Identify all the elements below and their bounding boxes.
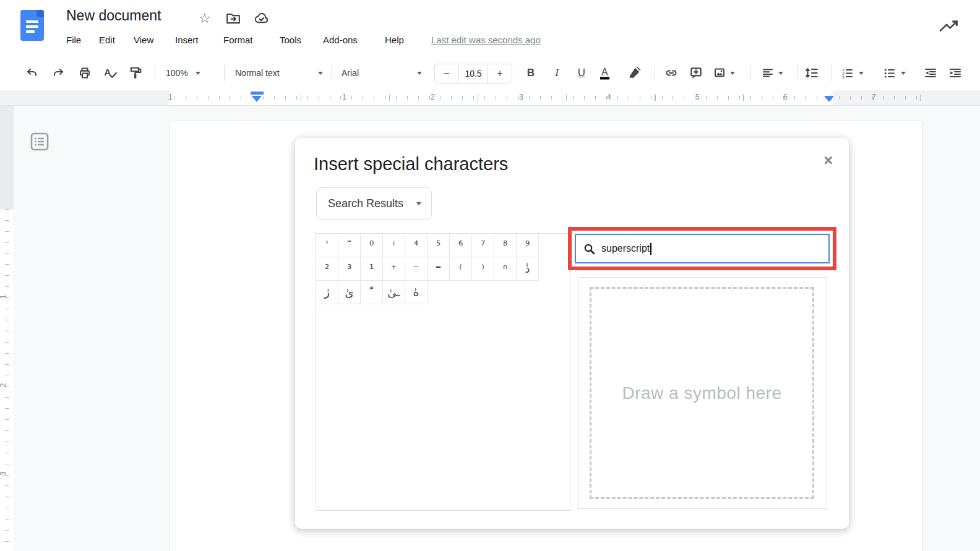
undo-button[interactable] xyxy=(25,67,38,79)
char-cell[interactable]: ⁱ xyxy=(382,233,405,257)
char-cell[interactable]: ⁺ xyxy=(382,257,405,281)
char-cell[interactable]: ³ xyxy=(338,257,361,281)
annotation-highlight-box: superscript xyxy=(568,227,836,270)
paragraph-style-value: Normal text xyxy=(235,68,280,78)
left-indent-marker[interactable] xyxy=(252,96,262,102)
bold-button[interactable]: B xyxy=(523,67,538,79)
italic-button[interactable]: I xyxy=(549,67,564,79)
zoom-value: 100% xyxy=(166,68,188,78)
ruler-label: 3 xyxy=(519,93,523,101)
category-dropdown[interactable]: Search Results xyxy=(316,187,432,220)
char-cell[interactable]: ⁰ xyxy=(360,233,383,257)
svg-text:3: 3 xyxy=(843,75,845,79)
move-folder-icon[interactable] xyxy=(226,11,241,25)
bulleted-list-button[interactable] xyxy=(882,67,906,79)
menu-insert[interactable]: Insert xyxy=(175,35,199,45)
char-cell[interactable]: ⁵ xyxy=(427,233,450,257)
document-outline-icon[interactable] xyxy=(30,132,49,151)
char-cell[interactable]: ⁶ xyxy=(449,233,472,257)
toolbar: A 100% Normal text Arial − 10.5 + B I U … xyxy=(0,56,980,90)
insert-link-icon[interactable] xyxy=(663,67,679,79)
highlight-color-icon[interactable] xyxy=(627,66,641,80)
ruler-label: 1 xyxy=(0,295,7,299)
char-cell[interactable]: ⁸ xyxy=(494,233,517,257)
paragraph-style-select[interactable]: Normal text xyxy=(235,68,323,78)
line-spacing-icon[interactable] xyxy=(804,66,819,80)
char-cell[interactable]: ⁼ xyxy=(427,257,450,281)
char-cell[interactable]: ⁹ xyxy=(516,233,539,257)
ruler-half-ticks xyxy=(257,95,921,101)
right-indent-marker[interactable] xyxy=(824,96,834,102)
char-cell[interactable]: ىٰ xyxy=(338,280,361,304)
vertical-ruler-ticks xyxy=(5,209,9,551)
font-size-control: − 10.5 + xyxy=(434,64,512,83)
char-cell[interactable]: هٰ xyxy=(405,280,428,304)
underline-button[interactable]: U xyxy=(574,67,589,79)
char-cell[interactable]: ⁴ xyxy=(405,233,428,257)
docs-logo-line xyxy=(26,25,38,28)
star-icon[interactable]: ☆ xyxy=(199,11,211,27)
char-cell[interactable]: ˜ xyxy=(338,233,361,257)
chevron-down-icon xyxy=(901,72,906,77)
decrease-indent-icon[interactable] xyxy=(923,67,938,79)
menu-view[interactable]: View xyxy=(134,35,153,45)
docs-logo-fold xyxy=(37,10,44,17)
draw-symbol-area[interactable]: Draw a symbol here xyxy=(590,287,814,499)
document-title[interactable]: New document xyxy=(66,7,161,24)
trending-up-icon[interactable] xyxy=(938,16,961,35)
google-docs-logo[interactable] xyxy=(20,10,44,41)
insert-image-button[interactable] xyxy=(713,67,735,79)
draw-placeholder: Draw a symbol here xyxy=(622,383,782,403)
numbered-list-button[interactable]: 123 xyxy=(840,67,864,79)
char-cell[interactable]: ¹ xyxy=(360,257,383,281)
search-input[interactable]: superscript xyxy=(575,234,830,263)
text-color-button[interactable]: A xyxy=(600,67,609,80)
menu-file[interactable]: File xyxy=(66,35,81,45)
ruler-label: 2 xyxy=(431,93,435,101)
menu-addons[interactable]: Add-ons xyxy=(323,35,358,45)
spellcheck-icon[interactable]: A xyxy=(103,66,118,80)
toolbar-separator xyxy=(832,65,832,81)
cloud-saved-icon[interactable] xyxy=(254,11,270,25)
char-cell[interactable]: ⁽ xyxy=(449,257,472,281)
paint-format-icon[interactable] xyxy=(129,66,142,80)
ruler-label: 5 xyxy=(695,93,700,101)
char-cell[interactable]: ⁷ xyxy=(471,233,494,257)
char-cell[interactable]: رٰ xyxy=(316,280,338,304)
menu-help[interactable]: Help xyxy=(385,35,404,45)
zoom-select[interactable]: 100% xyxy=(166,68,200,78)
app-header: New document ☆ File Edit View Insert For… xyxy=(0,0,980,56)
char-cell[interactable]: ⁻ xyxy=(405,257,428,281)
decrease-font-size-button[interactable]: − xyxy=(435,64,458,83)
print-icon[interactable] xyxy=(78,67,92,79)
char-cell[interactable]: ـىٰ xyxy=(382,280,405,304)
menu-edit[interactable]: Edit xyxy=(99,35,115,45)
char-cell[interactable]: ⁿ xyxy=(494,257,517,281)
increase-indent-icon[interactable] xyxy=(948,67,963,79)
font-size-value[interactable]: 10.5 xyxy=(458,64,488,83)
font-family-select[interactable]: Arial xyxy=(342,68,422,78)
menu-format[interactable]: Format xyxy=(223,35,253,45)
chevron-down-icon xyxy=(196,72,200,77)
char-cell[interactable]: ﹼ xyxy=(360,280,383,304)
search-cursor xyxy=(650,243,651,255)
align-button[interactable] xyxy=(761,67,783,79)
char-cell[interactable]: ذٰ xyxy=(516,257,539,281)
close-icon[interactable]: × xyxy=(823,152,833,169)
char-cell[interactable]: ² xyxy=(316,257,338,281)
docs-logo-line xyxy=(26,20,38,23)
search-icon xyxy=(583,243,595,255)
chevron-down-icon xyxy=(859,72,864,77)
first-line-indent-marker[interactable] xyxy=(251,92,264,95)
char-cell[interactable]: ˈ xyxy=(316,233,338,257)
redo-button[interactable] xyxy=(52,67,66,79)
last-edit-status[interactable]: Last edit was seconds ago xyxy=(431,35,541,45)
increase-font-size-button[interactable]: + xyxy=(488,64,512,83)
menu-tools[interactable]: Tools xyxy=(280,35,301,45)
chevron-down-icon xyxy=(730,72,735,77)
ruler-label: 6 xyxy=(783,93,788,101)
ruler-label: 2 xyxy=(0,383,7,388)
char-cell[interactable]: ⁾ xyxy=(471,257,494,281)
toolbar-separator xyxy=(797,65,797,81)
add-comment-icon[interactable] xyxy=(689,66,703,80)
